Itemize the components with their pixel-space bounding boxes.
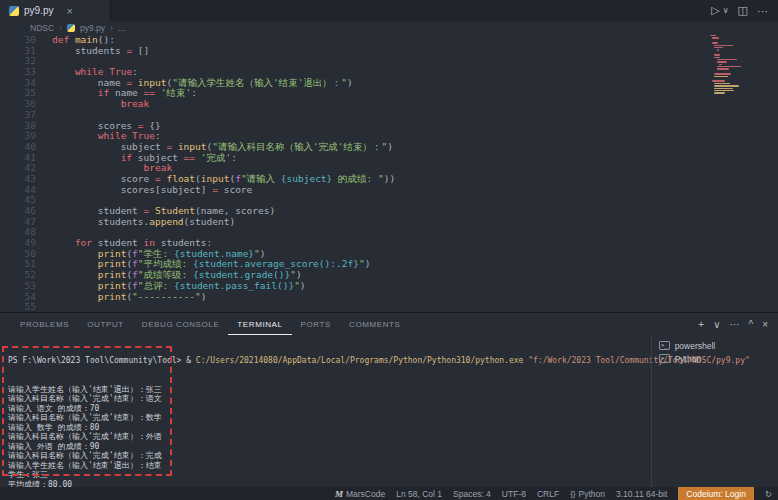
minimap-line xyxy=(714,47,723,48)
terminal-command-line: PS F:\Work\2023 Tool\Community\Tool> & C… xyxy=(8,356,648,366)
marscode-icon: M xyxy=(335,489,343,499)
panel-tab-output[interactable]: OUTPUT xyxy=(78,313,133,335)
minimap-line xyxy=(714,57,720,58)
minimap-line xyxy=(714,90,733,91)
minimap-line xyxy=(719,64,722,65)
code-editor[interactable]: 30def main():31 students = []3233 while … xyxy=(0,35,778,312)
panel-tab-debug-console[interactable]: DEBUG CONSOLE xyxy=(133,313,229,335)
python-file-icon xyxy=(67,24,75,32)
status-eol[interactable]: CRLF xyxy=(537,489,559,499)
terminal-line: 请输入科目名称（输入'完成'结束）：数学 xyxy=(8,413,648,423)
code-text: scores[subject] = score xyxy=(52,185,252,196)
terminal-session-list: >_powershell>_Python xyxy=(651,336,778,488)
status-interpreter[interactable]: 3.10.11 64-bit xyxy=(616,489,667,499)
panel-tab-bar: PROBLEMSOUTPUTDEBUG CONSOLETERMINALPORTS… xyxy=(0,313,778,335)
terminal-line: 请输入 外语 的成绩：90 xyxy=(8,442,648,452)
terminal-line: 请输入科目名称（输入'完成'结束）：语文 xyxy=(8,394,648,404)
panel-icons: + ∨ ··· ^ × xyxy=(698,313,768,335)
run-button-icon[interactable]: ▷ xyxy=(711,4,719,17)
new-terminal-icon[interactable]: + xyxy=(698,319,704,330)
terminal-dropdown-icon[interactable]: ∨ xyxy=(713,319,720,330)
close-panel-icon[interactable]: × xyxy=(762,319,768,330)
breadcrumb-item[interactable]: … xyxy=(118,23,127,33)
minimap-line xyxy=(712,42,718,43)
panel-tab-problems[interactable]: PROBLEMS xyxy=(11,313,78,335)
maximize-panel-icon[interactable]: ^ xyxy=(748,319,753,330)
minimap[interactable] xyxy=(710,35,766,97)
terminal-output[interactable]: PS F:\Work\2023 Tool\Community\Tool> & C… xyxy=(8,337,648,500)
breadcrumb: NDSC›py9.py›… xyxy=(0,21,778,35)
minimap-line xyxy=(717,61,727,62)
terminal-line: 请输入科目名称（输入'完成'结束）：外语 xyxy=(8,432,648,442)
minimap-line xyxy=(712,80,725,81)
minimap-line xyxy=(714,88,732,89)
panel-more-icon[interactable]: ··· xyxy=(729,319,739,330)
code-line[interactable]: 55 xyxy=(0,302,778,312)
code-line[interactable]: 44 scores[subject] = score xyxy=(0,185,778,196)
status-eol-label: CRLF xyxy=(537,489,559,499)
python-exe-path: C:/Users/20214080/AppData/Local/Programs… xyxy=(196,356,528,365)
code-line[interactable]: 47 students.append(student) xyxy=(0,217,778,228)
python-file-icon xyxy=(9,6,19,16)
terminal-session-powershell[interactable]: >_powershell xyxy=(659,339,778,352)
bottom-panel: PROBLEMSOUTPUTDEBUG CONSOLETERMINALPORTS… xyxy=(0,312,778,489)
terminal-line: 请输入学生姓名（输入'结束'退出）：张三 xyxy=(8,385,648,395)
session-label: powershell xyxy=(675,341,716,351)
minimap-line xyxy=(717,49,720,50)
code-line[interactable]: 36 break xyxy=(0,99,778,110)
line-number: 40 xyxy=(0,142,52,153)
session-label: Python xyxy=(675,354,701,364)
code-text: break xyxy=(52,99,149,110)
status-bar: MMarsCodeLn 58, Col 1Spaces: 4UTF-8CRLF{… xyxy=(0,487,778,500)
status-encoding[interactable]: UTF-8 xyxy=(502,489,526,499)
terminal-line: 请输入 语文 的成绩：70 xyxy=(8,404,648,414)
minimap-line xyxy=(714,45,733,46)
status-marscode[interactable]: MMarsCode xyxy=(335,489,385,499)
code-line[interactable]: 54 print("----------") xyxy=(0,292,778,303)
run-dropdown-icon[interactable]: ∨ xyxy=(723,6,729,15)
minimap-line xyxy=(714,73,731,74)
split-editor-icon[interactable]: ◫ xyxy=(738,4,748,17)
terminal-line: 请输入 数学 的成绩：80 xyxy=(8,423,648,433)
breadcrumb-item[interactable]: NDSC xyxy=(30,23,54,33)
line-number: 37 xyxy=(0,110,52,121)
panel-tab-ports[interactable]: PORTS xyxy=(292,313,340,335)
close-tab-icon[interactable]: × xyxy=(66,5,72,17)
status-interpreter-label: 3.10.11 64-bit xyxy=(616,489,667,499)
status-codeium-login-label: Codeium: Login xyxy=(686,489,746,499)
status-indentation[interactable]: Spaces: 4 xyxy=(453,489,491,499)
code-line[interactable]: 31 students = [] xyxy=(0,46,778,57)
panel-tab-terminal[interactable]: TERMINAL xyxy=(228,313,291,335)
tab-bar: py9.py × ▷ ∨ ◫ ··· xyxy=(0,0,778,21)
status-feedback[interactable]: ↻ xyxy=(765,489,772,499)
panel-tab-comments[interactable]: COMMENTS xyxy=(340,313,409,335)
status-codeium-login[interactable]: Codeium: Login xyxy=(678,487,754,500)
status-feedback-label: ↻ xyxy=(765,489,772,499)
status-cursor-position-label: Ln 58, Col 1 xyxy=(396,489,442,499)
status-language-label: Python xyxy=(579,489,605,499)
code-text: print("----------") xyxy=(52,292,206,303)
editor-actions: ▷ ∨ ◫ ··· xyxy=(711,0,778,21)
minimap-line xyxy=(714,85,739,86)
terminal-line: 请输入科目名称（输入'完成'结束）：完成 xyxy=(8,451,648,461)
code-text: students = [] xyxy=(52,46,149,57)
status-indentation-label: Spaces: 4 xyxy=(453,489,491,499)
language-icon: {} xyxy=(570,489,575,498)
tab-label: py9.py xyxy=(24,5,53,16)
code-text: students.append(student) xyxy=(52,217,235,228)
status-encoding-label: UTF-8 xyxy=(502,489,526,499)
minimap-line xyxy=(714,54,720,55)
terminal-line: 请输入学生姓名（输入'结束'退出）：结束 xyxy=(8,461,648,471)
terminal-line: 学生：张三 xyxy=(8,470,648,480)
tab-py9py[interactable]: py9.py × xyxy=(0,0,111,21)
status-cursor-position[interactable]: Ln 58, Col 1 xyxy=(396,489,442,499)
status-language[interactable]: {}Python xyxy=(570,489,605,499)
more-actions-icon[interactable]: ··· xyxy=(757,5,768,17)
minimap-line xyxy=(717,59,737,60)
minimap-line xyxy=(714,83,729,84)
terminal-session-python[interactable]: >_Python xyxy=(659,352,778,365)
minimap-line xyxy=(710,35,716,36)
breadcrumb-item[interactable]: py9.py xyxy=(80,23,105,33)
minimap-line xyxy=(714,76,727,77)
terminal-icon: >_ xyxy=(659,341,670,350)
